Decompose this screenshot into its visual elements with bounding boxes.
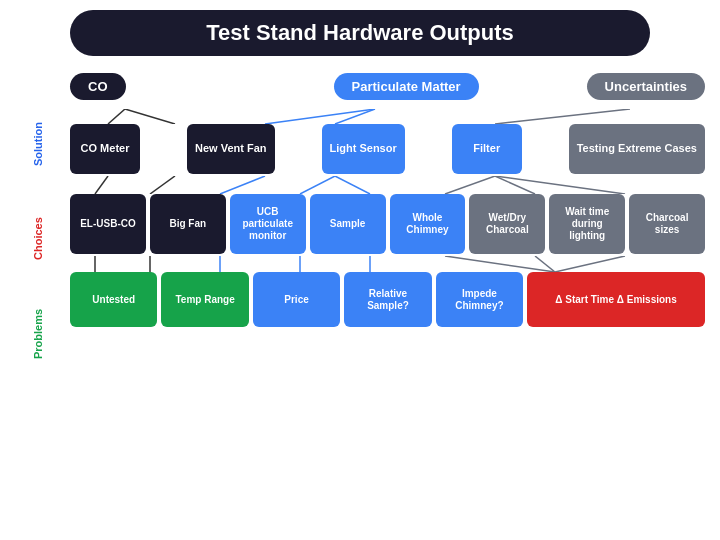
svg-line-0 (108, 109, 125, 124)
temp-range-prob: Temp Range (161, 272, 248, 327)
impede-chimney-prob: Impede Chimney? (436, 272, 523, 327)
wet-dry-charcoal-choice: Wet/Dry Charcoal (469, 194, 545, 254)
svg-line-10 (445, 176, 495, 194)
co-meter-sol: CO Meter (70, 124, 140, 174)
pm-category: Particulate Matter (334, 73, 479, 100)
connector-mid (65, 176, 710, 194)
solution-label: Solution (10, 104, 65, 184)
filter-sol: Filter (452, 124, 522, 174)
svg-line-6 (150, 176, 175, 194)
solution-row: CO Meter New Vent Fan Light Sensor Filte… (65, 124, 710, 174)
connector-top (65, 109, 710, 124)
co-category: CO (70, 73, 126, 100)
untested-prob: Untested (70, 272, 157, 327)
light-sensor-sol: Light Sensor (322, 124, 405, 174)
sample-choice: Sample (310, 194, 386, 254)
problems-label: Problems (10, 294, 65, 374)
price-prob: Price (253, 272, 340, 327)
problems-row: Untested Temp Range Price Relative Sampl… (65, 272, 710, 327)
svg-line-4 (495, 109, 630, 124)
svg-line-2 (265, 109, 375, 124)
page-title: Test Stand Hardware Outputs (70, 10, 650, 56)
start-emissions-prob: Δ Start Time Δ Emissions (527, 272, 705, 327)
svg-line-1 (125, 109, 175, 124)
ucb-monitor-choice: UCB particulate monitor (230, 194, 306, 254)
whole-chimney-choice: Whole Chimney (390, 194, 466, 254)
testing-extreme-cases-sol: Testing Extreme Cases (569, 124, 705, 174)
uncertainty-category: Uncertainties (587, 73, 705, 100)
wait-time-choice: Wait time during lighting (549, 194, 625, 254)
svg-line-20 (555, 256, 625, 272)
svg-line-5 (95, 176, 108, 194)
svg-line-8 (300, 176, 335, 194)
relative-sample-prob: Relative Sample? (344, 272, 431, 327)
charcoal-sizes-choice: Charcoal sizes (629, 194, 705, 254)
big-fan-choice: Big Fan (150, 194, 226, 254)
new-vent-fan-sol: New Vent Fan (187, 124, 275, 174)
choices-label: Choices (10, 194, 65, 284)
choices-row: EL-USB-CO Big Fan UCB particulate monito… (65, 194, 710, 254)
svg-line-9 (335, 176, 370, 194)
connector-bot (65, 256, 710, 272)
svg-line-7 (220, 176, 265, 194)
el-usb-co-choice: EL-USB-CO (70, 194, 146, 254)
